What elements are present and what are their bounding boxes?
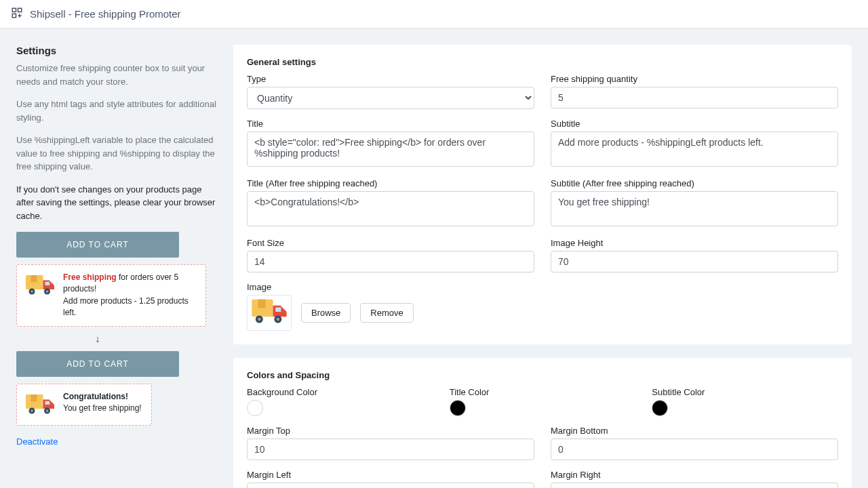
fontsize-label: Font Size [247, 238, 534, 248]
mbottom-input[interactable] [551, 439, 838, 460]
title-input[interactable]: <b style="color: red">Free shipping</b> … [247, 131, 534, 167]
title-label: Title [247, 119, 534, 129]
svg-rect-2 [12, 14, 16, 18]
preview-after-text: Congratulations! You get free shipping! [63, 391, 142, 415]
svg-rect-19 [275, 308, 281, 312]
svg-point-14 [31, 409, 33, 412]
remove-button[interactable]: Remove [360, 303, 413, 323]
truck-icon [24, 391, 56, 418]
browse-button[interactable]: Browse [301, 303, 351, 323]
subtitle-input[interactable]: Add more products - %shippingLeft produc… [551, 131, 838, 167]
add-to-cart-button[interactable]: ADD TO CART [16, 232, 179, 258]
app-grid-icon [11, 7, 23, 21]
colors-heading: Colors and Spacing [247, 370, 838, 380]
subtitlecolor-swatch[interactable] [652, 400, 668, 416]
mleft-input[interactable] [247, 483, 534, 488]
preview-after: Congratulations! You get free shipping! [16, 384, 152, 426]
title-after-label: Title (After free shipping reached) [247, 178, 534, 188]
svg-rect-4 [31, 275, 37, 283]
svg-rect-5 [45, 282, 50, 285]
topbar: Shipsell - Free shipping Promoter [0, 0, 868, 28]
mleft-label: Margin Left [247, 470, 534, 480]
type-label: Type [247, 74, 534, 84]
subtitle-after-label: Subtitle (After free shipping reached) [551, 178, 838, 188]
svg-point-21 [258, 318, 261, 321]
svg-point-16 [46, 409, 49, 412]
bgcolor-swatch[interactable] [247, 400, 263, 416]
mtop-input[interactable] [247, 439, 534, 460]
preview-before: Free shipping for orders over 5 products… [16, 264, 206, 327]
page-title: Shipsell - Free shipping Promoter [30, 8, 181, 20]
arrow-down-icon: ↓ [16, 333, 179, 344]
title-after-input[interactable]: <b>Congratulations!</b> [247, 191, 534, 226]
svg-rect-18 [258, 300, 266, 308]
svg-point-9 [46, 290, 49, 293]
general-heading: General settings [247, 57, 838, 67]
titlecolor-label: Title Color [450, 387, 636, 397]
imgheight-label: Image Height [551, 238, 838, 248]
qty-label: Free shipping quantity [551, 74, 838, 84]
subtitle-label: Subtitle [551, 119, 838, 129]
mtop-label: Margin Top [247, 426, 534, 436]
general-settings-card: General settings Type Quantity Free ship… [233, 45, 852, 344]
fontsize-input[interactable] [247, 251, 534, 272]
image-label: Image [247, 282, 838, 292]
svg-rect-11 [31, 394, 37, 402]
truck-icon [24, 272, 56, 299]
bgcolor-label: Background Color [247, 387, 433, 397]
deactivate-link[interactable]: Deactivate [16, 436, 58, 447]
imgheight-input[interactable] [551, 251, 838, 272]
truck-icon [249, 297, 290, 327]
type-select[interactable]: Quantity [247, 87, 534, 109]
mright-input[interactable] [551, 483, 838, 488]
colors-spacing-card: Colors and Spacing Background Color Titl… [233, 358, 852, 488]
qty-input[interactable] [551, 87, 838, 108]
svg-rect-0 [12, 8, 16, 12]
settings-desc-4: If you don't see changes on your product… [16, 183, 220, 223]
settings-heading: Settings [16, 45, 220, 56]
settings-desc-2: Use any html tags and style attributes f… [16, 98, 220, 124]
preview-before-text: Free shipping for orders over 5 products… [63, 272, 199, 319]
svg-point-7 [31, 290, 33, 293]
subtitle-after-input[interactable]: You get free shipping! [551, 191, 838, 226]
add-to-cart-button-2[interactable]: ADD TO CART [16, 351, 179, 377]
sidebar: Settings Customize free shipping counter… [16, 45, 220, 447]
mright-label: Margin Right [551, 470, 838, 480]
subtitlecolor-label: Subtitle Color [652, 387, 838, 397]
svg-point-23 [277, 318, 280, 321]
mbottom-label: Margin Bottom [551, 426, 838, 436]
svg-rect-12 [45, 401, 50, 404]
settings-desc-1: Customize free shipping counter box to s… [16, 62, 220, 88]
titlecolor-swatch[interactable] [450, 400, 466, 416]
image-thumb [247, 295, 292, 331]
svg-rect-1 [18, 8, 22, 12]
settings-desc-3: Use %shippingLeft variable to place the … [16, 134, 220, 174]
